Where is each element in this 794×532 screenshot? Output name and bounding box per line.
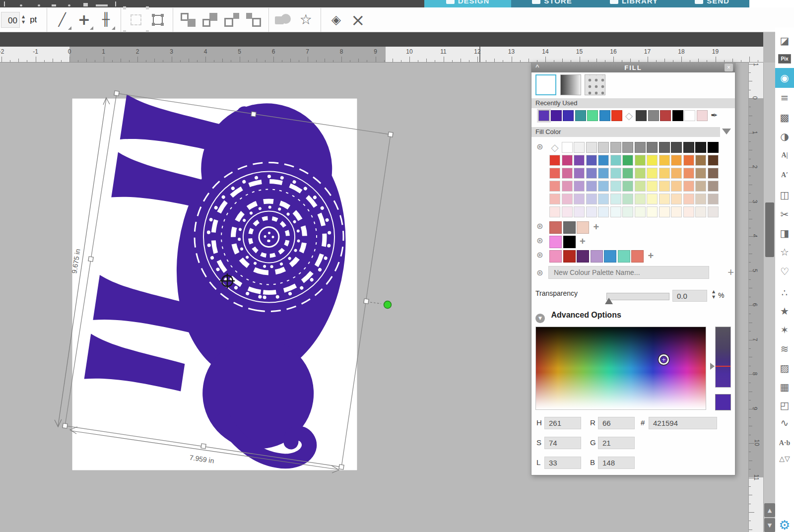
hue-input[interactable] — [544, 417, 581, 429]
grayscale-swatch[interactable] — [610, 142, 621, 153]
palette-color-swatch[interactable] — [563, 236, 576, 248]
color-swatch[interactable] — [549, 181, 560, 192]
sidebar-item-sketch[interactable]: ♡ — [775, 262, 794, 281]
color-swatch[interactable] — [610, 155, 621, 166]
color-swatch[interactable] — [598, 155, 609, 166]
color-swatch[interactable] — [659, 206, 670, 217]
color-swatch[interactable] — [622, 181, 633, 192]
handle-bottom-center[interactable] — [201, 444, 206, 449]
saturation-input[interactable] — [544, 437, 581, 449]
recent-color-swatch[interactable] — [551, 110, 562, 121]
add-color-button[interactable]: + — [648, 250, 654, 263]
sidebar-item-star-effects[interactable]: ★ — [775, 301, 794, 321]
palette-color-swatch[interactable] — [577, 221, 589, 234]
color-swatch[interactable] — [683, 194, 694, 204]
palette-color-swatch[interactable] — [549, 236, 562, 248]
color-swatch[interactable] — [574, 181, 585, 192]
sidebar-item-page-setup[interactable]: ◪ — [775, 31, 794, 51]
blue-input[interactable] — [598, 457, 635, 469]
transparent-swatch[interactable]: ◇ — [549, 142, 560, 153]
recent-color-swatch[interactable] — [599, 110, 610, 121]
fill-panel-header[interactable]: ^ FILL × — [531, 63, 735, 72]
spacing-tool[interactable]: ╫ — [95, 8, 117, 31]
grayscale-swatch[interactable] — [695, 142, 706, 153]
color-swatch[interactable] — [647, 181, 658, 192]
palette-color-swatch[interactable] — [591, 250, 603, 263]
add-palette-button[interactable]: + — [728, 266, 734, 279]
color-swatch[interactable] — [683, 155, 694, 166]
color-swatch[interactable] — [671, 155, 682, 166]
color-swatch[interactable] — [635, 168, 646, 179]
color-swatch[interactable] — [549, 206, 560, 217]
color-swatch[interactable] — [574, 206, 585, 217]
color-swatch[interactable] — [586, 155, 597, 166]
color-swatch[interactable] — [647, 206, 658, 217]
color-swatch[interactable] — [574, 194, 585, 204]
sidebar-item-pixscan[interactable]: ✶ — [775, 320, 794, 340]
color-picker-field[interactable]: + — [535, 327, 706, 410]
group-button[interactable] — [177, 8, 199, 31]
stepper-up-icon[interactable]: ▲ — [712, 290, 715, 294]
color-swatch[interactable] — [562, 155, 573, 166]
color-swatch[interactable] — [659, 155, 670, 166]
color-swatch[interactable] — [659, 194, 670, 204]
handle-top-left[interactable] — [114, 91, 119, 96]
sidebar-item-character[interactable]: A′ — [775, 165, 794, 185]
handle-top-center[interactable] — [251, 112, 256, 117]
sidebar-item-line-style[interactable]: ≡ — [775, 88, 794, 108]
sidebar-item-transform[interactable]: ◫ — [775, 185, 794, 205]
color-swatch[interactable] — [549, 168, 560, 179]
color-swatch[interactable] — [586, 168, 597, 179]
grayscale-swatch[interactable] — [635, 142, 646, 153]
scrollbar-thumb[interactable] — [765, 202, 774, 257]
sidebar-item-trace[interactable]: ∴ — [775, 283, 794, 303]
palette-icon[interactable]: ⊛ — [536, 236, 546, 248]
grayscale-swatch[interactable] — [598, 142, 609, 153]
scroll-down-button[interactable]: ▼ — [764, 518, 775, 532]
stepper-up-icon[interactable]: ▲ — [22, 15, 25, 19]
move-tool[interactable]: + — [73, 8, 95, 31]
transparency-stepper[interactable]: ▲ ▼ — [712, 290, 715, 299]
color-swatch[interactable] — [598, 181, 609, 192]
color-swatch[interactable] — [610, 168, 621, 179]
color-swatch[interactable] — [695, 155, 706, 166]
grayscale-swatch[interactable] — [671, 142, 682, 153]
color-swatch[interactable] — [574, 155, 585, 166]
collapse-panel-icon[interactable]: ^ — [535, 63, 539, 70]
color-swatch[interactable] — [586, 194, 597, 204]
red-input[interactable] — [598, 417, 635, 429]
sidebar-item-rhinestone[interactable]: ▦ — [775, 377, 794, 397]
recent-color-swatch[interactable] — [587, 110, 598, 121]
send-to-back-button[interactable] — [243, 8, 265, 31]
sidebar-item-shadow[interactable]: ◑ — [775, 127, 794, 146]
recent-color-swatch[interactable] — [684, 110, 695, 121]
color-swatch[interactable] — [683, 168, 694, 179]
color-swatch[interactable] — [635, 155, 646, 166]
transparency-slider[interactable] — [606, 293, 669, 300]
sidebar-item-offset[interactable]: ☆ — [775, 242, 794, 262]
stepper-down-icon[interactable]: ▼ — [22, 20, 25, 24]
sidebar-item-hatch-fill[interactable]: ▨ — [775, 358, 794, 378]
color-swatch[interactable] — [708, 181, 719, 192]
transparent-swatch[interactable]: ◇ — [624, 110, 635, 121]
color-swatch[interactable] — [610, 194, 621, 204]
grayscale-swatch[interactable] — [562, 142, 573, 153]
ungroup-button[interactable] — [199, 8, 221, 31]
delete-button[interactable]: × — [347, 8, 369, 31]
palette-icon[interactable]: ⊛ — [536, 250, 546, 263]
palette-color-swatch[interactable] — [563, 250, 576, 263]
palette-color-swatch[interactable] — [549, 250, 562, 263]
palette-color-swatch[interactable] — [631, 250, 644, 263]
color-swatch[interactable] — [659, 168, 670, 179]
make-solid-button[interactable]: ◈ — [325, 8, 347, 31]
tab-library[interactable]: LIBRARY — [593, 0, 675, 7]
solid-fill-tab[interactable] — [535, 74, 556, 95]
color-swatch[interactable] — [683, 181, 694, 192]
color-swatch[interactable] — [598, 168, 609, 179]
color-swatch[interactable] — [622, 155, 633, 166]
hex-input[interactable] — [649, 417, 717, 429]
palette-color-swatch[interactable] — [563, 221, 576, 234]
grayscale-swatch[interactable] — [574, 142, 585, 153]
recent-color-swatch[interactable] — [636, 110, 647, 121]
color-swatch[interactable] — [695, 206, 706, 217]
